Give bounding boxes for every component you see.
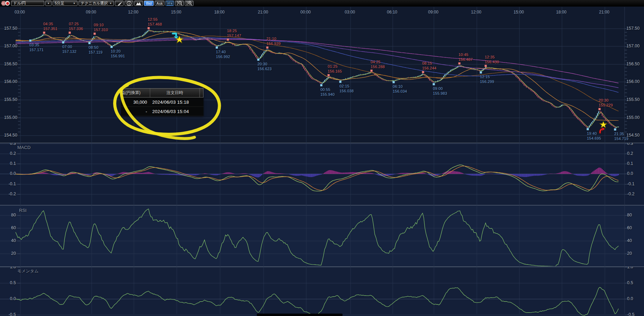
ask-toggle-button[interactable]: Ask (155, 1, 164, 6)
chevron-down-icon: ▼ (47, 2, 50, 4)
zoom-in-button[interactable] (185, 1, 193, 6)
technical-indicator-label: テクニカル選択 (81, 1, 108, 6)
taskbar-hint-bar (257, 314, 343, 316)
ask-label: Ask (156, 1, 163, 6)
zoom-out-icon (176, 1, 182, 6)
currency-pair-dropdown-button[interactable]: ▼ (45, 1, 52, 6)
mountain-chart-icon (136, 1, 142, 6)
chart-toolbar: ドル/円 ▼ 5分足 ▼ テクニカル選択 ▼ (0, 0, 644, 7)
rsi-title: RSI (19, 208, 27, 213)
order-table-row[interactable]: - 2024/06/03 15:04 (121, 107, 203, 116)
order-datetime-column-header: 注文日時 (150, 89, 200, 97)
draw-tool-button[interactable] (115, 1, 124, 6)
bid-label: Bid (146, 1, 152, 6)
info-button[interactable] (125, 1, 133, 6)
order-table-header: 損益(円換算) 注文日時 (121, 88, 203, 97)
order-table-row[interactable]: 30,000 2024/06/03 15:18 (121, 97, 203, 107)
bid-toggle-button[interactable]: Bid (144, 1, 154, 6)
order-datetime-value: 2024/06/03 15:04 (149, 109, 203, 114)
order-info-table[interactable]: 損益(円換算) 注文日時 30,000 2024/06/03 15:18 - 2… (121, 88, 203, 116)
area-chart-button[interactable] (134, 1, 143, 6)
chevron-down-icon: ▼ (109, 2, 112, 4)
macd-title: MACD (17, 145, 30, 150)
currency-pair-select[interactable]: ドル/円 (11, 1, 44, 6)
zoom-in-icon (186, 1, 192, 6)
fx-chart-window: 03:0009:0012:0015:0018:0021:0000:0003:00… (0, 0, 644, 316)
technical-indicator-button[interactable]: テクニカル選択 ▼ (79, 1, 114, 6)
pl-value: 30,000 (121, 100, 149, 105)
zoom-out-button[interactable] (175, 1, 184, 6)
candle-style-button[interactable] (165, 1, 174, 6)
pl-value: - (121, 109, 149, 114)
chevron-down-icon: ▼ (73, 2, 75, 4)
currency-pair-label: ドル/円 (13, 1, 26, 6)
clipped-column-edge (200, 89, 201, 97)
chart-canvas (0, 0, 644, 316)
candle-chart-icon (167, 1, 173, 6)
jp-flag-icon (5, 1, 10, 6)
timeframe-select[interactable]: 5分足 ▼ (53, 1, 78, 6)
momentum-title: モメンタム (17, 268, 38, 274)
order-datetime-value: 2024/06/03 15:18 (149, 100, 203, 105)
info-icon (127, 1, 131, 6)
pl-column-header: 損益(円換算) (121, 89, 150, 97)
timeframe-label: 5分足 (55, 1, 64, 6)
pencil-icon (117, 1, 122, 6)
